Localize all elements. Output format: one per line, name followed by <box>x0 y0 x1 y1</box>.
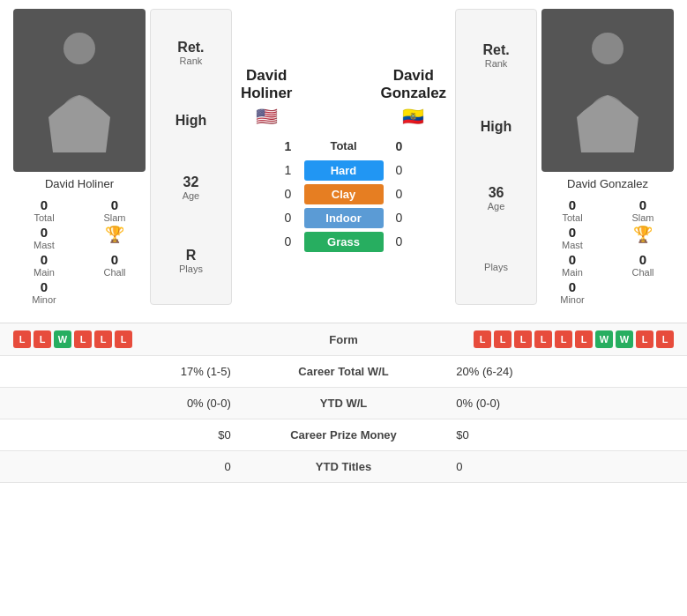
form-badge: W <box>54 330 71 348</box>
hard-btn[interactable]: Hard <box>304 160 384 181</box>
p1-header: David Holiner 🇺🇸 <box>241 63 293 131</box>
form-badge: L <box>494 330 512 348</box>
stat-p2-val: 0 <box>443 451 687 483</box>
player2-rank: Ret. Rank <box>482 42 509 69</box>
form-row: LLWLLL Form LLLLLLWWLL <box>0 323 687 356</box>
p2-header: David Gonzalez 🇪🇨 <box>380 63 446 131</box>
player1-center-stats: Ret. Rank High 32 Age R Plays <box>150 9 232 305</box>
form-badge: L <box>555 330 572 348</box>
player1-main-trophy: 🏆 <box>84 225 146 250</box>
player1-main: 0 Main <box>13 252 75 278</box>
svg-point-0 <box>63 33 95 64</box>
player1-mast: 0 Mast <box>13 225 75 250</box>
form-badge: W <box>595 330 613 348</box>
stats-table: 17% (1-5)Career Total W/L20% (6-24)0% (0… <box>0 356 687 483</box>
player2-total: 0 Total <box>541 197 603 223</box>
total-row: 1 Total 0 <box>280 139 408 153</box>
stats-row: $0Career Prize Money$0 <box>0 419 687 451</box>
form-label: Form <box>234 333 454 346</box>
player2-mast: 0 Mast <box>541 225 603 250</box>
player2-slam: 0 Slam <box>612 197 674 223</box>
player2-main-trophy: 🏆 <box>612 225 674 250</box>
stat-p1-val: 17% (1-5) <box>0 356 244 388</box>
trophy1-icon: 🏆 <box>105 225 124 244</box>
stat-label: YTD W/L <box>244 388 444 419</box>
player2-high: High <box>481 119 512 135</box>
svg-point-1 <box>592 33 624 64</box>
indoor-row: 0 Indoor 0 <box>241 208 446 228</box>
player1-plays: R Plays <box>179 248 203 274</box>
form-badge: L <box>656 330 674 348</box>
stats-row: 0YTD Titles0 <box>0 451 687 483</box>
player1-slam: 0 Slam <box>84 197 146 223</box>
player2-main: 0 Main <box>541 252 603 278</box>
stat-p1-val: 0 <box>0 451 244 483</box>
player2-name: David Gonzalez <box>567 177 648 190</box>
player2-center-stats: Ret. Rank High 36 Age Plays <box>455 9 537 305</box>
player2-stats: 0 Total 0 Slam 0 Mast 🏆 0 Main 0 Chall <box>541 197 674 305</box>
middle-section: David Holiner 🇺🇸 David Gonzalez 🇪🇨 1 Tot… <box>236 9 451 305</box>
player2-chall: 0 Chall <box>612 252 674 278</box>
form-badge: L <box>13 330 31 348</box>
player2-age: 36 Age <box>488 185 505 212</box>
bottom-section: LLWLLL Form LLLLLLWWLL 17% (1-5)Career T… <box>0 323 687 483</box>
stat-p1-val: $0 <box>0 419 244 451</box>
form-badge: L <box>514 330 532 348</box>
stats-row: 17% (1-5)Career Total W/L20% (6-24) <box>0 356 687 388</box>
stat-p2-val: 0% (0-0) <box>443 388 687 419</box>
stat-label: Career Total W/L <box>244 356 444 388</box>
stat-label: Career Prize Money <box>244 419 444 451</box>
player2-form-badges: LLLLLLWWLL <box>453 330 674 348</box>
player1-minor: 0 Minor <box>13 279 75 305</box>
player1-stats: 0 Total 0 Slam 0 Mast 🏆 0 Main 0 Chall <box>13 197 146 305</box>
stat-label: YTD Titles <box>244 451 444 483</box>
player1-photo <box>13 9 146 172</box>
stat-p2-val: $0 <box>443 419 687 451</box>
player1-form-badges: LLWLLL <box>13 330 234 348</box>
stat-p1-val: 0% (0-0) <box>0 388 244 419</box>
top-section: David Holiner 0 Total 0 Slam 0 Mast 🏆 0 … <box>0 0 687 314</box>
player1-chall: 0 Chall <box>84 252 146 278</box>
clay-row: 0 Clay 0 <box>241 184 446 204</box>
form-badge: L <box>636 330 653 348</box>
player1-rank: Ret. Rank <box>177 40 204 66</box>
form-badge: W <box>616 330 633 348</box>
player1-total: 0 Total <box>13 197 75 223</box>
stat-p2-val: 20% (6-24) <box>443 356 687 388</box>
hard-row: 1 Hard 0 <box>241 160 446 181</box>
stats-row: 0% (0-0)YTD W/L0% (0-0) <box>0 388 687 419</box>
form-badge: L <box>575 330 593 348</box>
player2-card: David Gonzalez 0 Total 0 Slam 0 Mast 🏆 0… <box>541 9 674 305</box>
form-badge: L <box>534 330 552 348</box>
indoor-btn[interactable]: Indoor <box>304 208 384 228</box>
grass-row: 0 Grass 0 <box>241 232 446 252</box>
grass-btn[interactable]: Grass <box>304 232 384 252</box>
player1-name: David Holiner <box>45 177 114 190</box>
player1-high: High <box>175 113 207 129</box>
form-badge: L <box>34 330 51 348</box>
form-badge: L <box>94 330 112 348</box>
player1-age: 32 Age <box>183 174 200 201</box>
form-badge: L <box>74 330 92 348</box>
player1-card: David Holiner 0 Total 0 Slam 0 Mast 🏆 0 … <box>13 9 146 305</box>
form-badge: L <box>115 330 132 348</box>
trophy2-icon: 🏆 <box>633 225 653 244</box>
player2-plays: Plays <box>484 262 508 272</box>
player2-photo <box>541 9 674 172</box>
clay-btn[interactable]: Clay <box>304 184 384 204</box>
player2-minor: 0 Minor <box>541 279 603 305</box>
form-badge: L <box>474 330 491 348</box>
